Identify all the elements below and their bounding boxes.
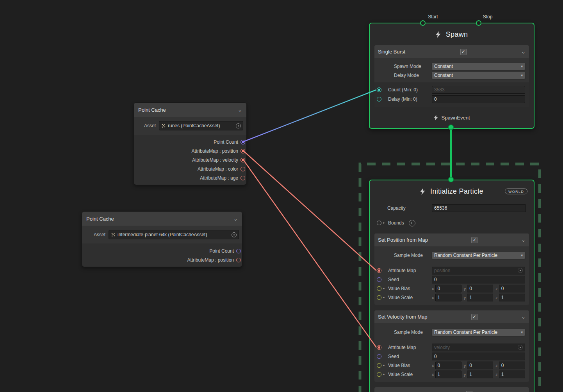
capacity-value: 65536 <box>434 205 447 211</box>
spawn-mode-dropdown[interactable]: Constant ▾ <box>432 63 525 70</box>
attributemap-position-output-port[interactable] <box>241 149 245 153</box>
position-sphere-block-header[interactable]: Position (Sphere) ✓ ⌄ <box>374 387 529 392</box>
seed-field[interactable]: 0 <box>432 276 525 283</box>
single-burst-block-header[interactable]: Single Burst ✓ ⌄ <box>374 45 529 58</box>
value-scale-y: 1 <box>469 372 472 377</box>
value-scale-y-field[interactable]: 1 <box>467 371 493 378</box>
sample-mode-dropdown[interactable]: Random Constant Per Particle ▾ <box>432 329 525 336</box>
delay-mode-dropdown[interactable]: Constant ▾ <box>432 72 525 79</box>
seed-input-port[interactable] <box>377 277 381 282</box>
object-picker-icon[interactable] <box>518 345 523 350</box>
spawn-node[interactable]: Spawn Single Burst ✓ ⌄ Spawn Mode Consta… <box>369 23 534 129</box>
foldout-icon[interactable]: ▸ <box>382 221 386 225</box>
value-scale-x: 1 <box>438 372 440 377</box>
spawn-start-flow-port[interactable] <box>420 20 426 26</box>
point-cache-runes-outputs: Point Count AttributeMap : position Attr… <box>134 135 246 185</box>
capacity-field[interactable]: 65536 <box>432 204 526 212</box>
seed-input-port[interactable] <box>377 354 381 359</box>
delay-input-port[interactable] <box>377 97 381 102</box>
edge-attributemap-position[interactable] <box>243 151 376 271</box>
point-cache-runes-node[interactable]: Point Cache ⌄ Asset runes (PointCacheAss… <box>134 102 247 185</box>
attribute-map-input-port[interactable] <box>377 268 381 273</box>
asset-field[interactable]: intermediate-planet-64k (PointCacheAsset… <box>109 230 239 239</box>
foldout-icon[interactable]: ▸ <box>382 364 386 367</box>
bounds-input-port[interactable] <box>377 221 381 225</box>
point-count-output-port[interactable] <box>241 140 245 144</box>
chevron-down-icon[interactable]: ⌄ <box>233 216 238 221</box>
foldout-icon[interactable]: ▸ <box>382 373 386 376</box>
value-scale-z-field[interactable]: 1 <box>499 294 525 301</box>
value-scale-input-port[interactable] <box>377 295 381 300</box>
single-burst-enabled-checkbox[interactable]: ✓ <box>460 49 467 55</box>
single-burst-block[interactable]: Single Burst ✓ ⌄ Spawn Mode Constant ▾ D… <box>374 45 529 107</box>
attributemap-position-output-port[interactable] <box>236 258 241 262</box>
value-scale-input-port[interactable] <box>377 372 381 377</box>
world-space-badge[interactable]: WORLD <box>505 189 527 194</box>
edge-attributemap-velocity[interactable] <box>243 160 376 347</box>
count-input-port[interactable] <box>377 87 381 92</box>
delay-mode-value: Constant <box>434 73 453 78</box>
value-scale-y-field[interactable]: 1 <box>467 294 493 301</box>
set-position-enabled-checkbox[interactable]: ✓ <box>471 237 477 243</box>
position-sphere-block[interactable]: Position (Sphere) ✓ ⌄ <box>374 387 529 392</box>
value-bias-z-field[interactable]: 0 <box>499 285 525 292</box>
seed-field[interactable]: 0 <box>432 353 525 360</box>
chevron-down-icon[interactable]: ⌄ <box>521 314 526 319</box>
point-cache-planet-node[interactable]: Point Cache ⌄ Asset intermediate-planet-… <box>82 211 242 267</box>
attribute-map-label: Attribute Map <box>388 345 416 350</box>
set-velocity-enabled-checkbox[interactable]: ✓ <box>471 314 477 320</box>
axis-y-label: y <box>464 372 466 377</box>
asset-label: Asset <box>94 232 105 237</box>
axis-x-label: x <box>432 363 434 368</box>
value-bias-x-field[interactable]: 0 <box>435 362 461 369</box>
attributemap-age-output-port[interactable] <box>241 176 245 180</box>
set-position-block-header[interactable]: Set Position from Map ✓ ⌄ <box>374 233 529 246</box>
attribute-map-field[interactable]: position <box>432 267 525 274</box>
sample-mode-label: Sample Mode <box>394 330 423 335</box>
value-bias-y: 0 <box>469 286 472 291</box>
output-row: AttributeMap : position <box>82 255 242 264</box>
point-cache-planet-header[interactable]: Point Cache ⌄ <box>82 212 242 226</box>
point-cache-runes-header[interactable]: Point Cache ⌄ <box>134 103 246 117</box>
value-bias-x-field[interactable]: 0 <box>435 285 461 292</box>
value-bias-input-port[interactable] <box>377 363 381 368</box>
point-count-output-port[interactable] <box>236 249 241 253</box>
attribute-map-field[interactable]: velocity <box>432 344 525 351</box>
attribute-map-input-port[interactable] <box>377 345 381 350</box>
position-sphere-enabled-checkbox[interactable]: ✓ <box>466 391 472 392</box>
initialize-particle-node[interactable]: Initialize Particle WORLD Capacity 65536… <box>369 180 534 392</box>
attributemap-velocity-output-port[interactable] <box>241 158 245 162</box>
set-velocity-block-header[interactable]: Set Velocity from Map ✓ ⌄ <box>374 310 529 323</box>
set-velocity-from-map-block[interactable]: Set Velocity from Map ✓ ⌄ Sample Mode Ra… <box>374 310 529 382</box>
value-scale-x-field[interactable]: 1 <box>435 371 461 378</box>
sample-mode-dropdown[interactable]: Random Constant Per Particle ▾ <box>432 252 525 259</box>
object-picker-icon[interactable] <box>518 268 523 273</box>
value-scale-z-field[interactable]: 1 <box>499 371 525 378</box>
foldout-icon[interactable]: ▸ <box>382 287 386 290</box>
spawn-stop-flow-port[interactable] <box>476 20 481 26</box>
capacity-label: Capacity <box>387 205 406 211</box>
delay-field[interactable]: 0 <box>432 95 525 103</box>
value-bias-input-port[interactable] <box>377 286 381 291</box>
value-scale-x-field[interactable]: 1 <box>435 294 461 301</box>
point-count-label: Point Count <box>209 248 234 254</box>
chevron-down-icon[interactable]: ⌄ <box>521 49 526 54</box>
bounds-space-toggle[interactable]: L <box>409 220 415 226</box>
asset-field[interactable]: runes (PointCacheAsset) <box>159 121 243 130</box>
delay-mode-label: Delay Mode <box>394 73 419 78</box>
value-bias-z-field[interactable]: 0 <box>499 362 525 369</box>
chevron-down-icon[interactable]: ⌄ <box>238 107 242 112</box>
dropdown-arrow-icon: ▾ <box>521 64 523 68</box>
vfx-graph-canvas[interactable]: Start Stop Spawn Single Burst ✓ ⌄ Spawn … <box>0 0 563 392</box>
sample-mode-row: Sample Mode Random Constant Per Particle… <box>374 251 529 259</box>
count-field[interactable]: 3583 <box>432 86 525 94</box>
value-bias-y-field[interactable]: 0 <box>467 285 493 292</box>
value-bias-y-field[interactable]: 0 <box>467 362 493 369</box>
set-position-from-map-block[interactable]: Set Position from Map ✓ ⌄ Sample Mode Ra… <box>374 233 529 305</box>
edge-point-count-to-spawn-count[interactable] <box>243 90 376 142</box>
attributemap-color-output-port[interactable] <box>241 167 245 171</box>
object-picker-icon[interactable] <box>236 123 241 128</box>
chevron-down-icon[interactable]: ⌄ <box>521 237 526 242</box>
foldout-icon[interactable]: ▸ <box>382 296 386 299</box>
object-picker-icon[interactable] <box>232 232 237 237</box>
